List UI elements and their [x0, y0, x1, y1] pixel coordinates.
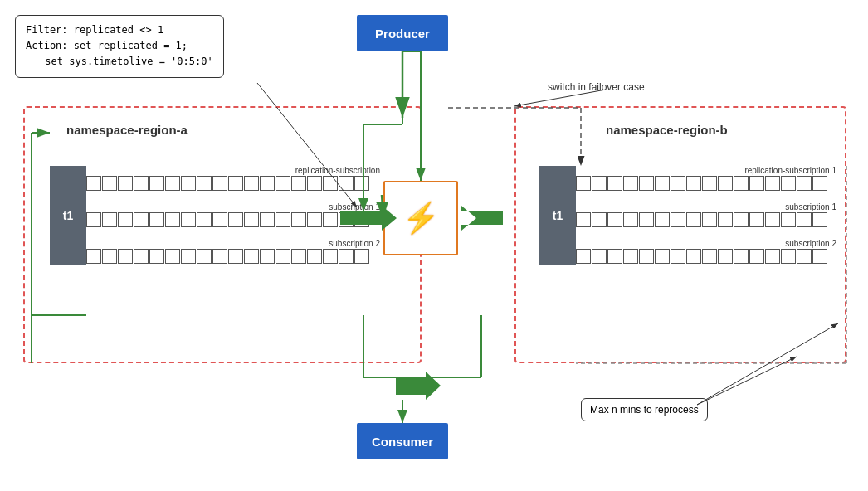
filter-line2: Action: set replicated = 1; [26, 40, 188, 51]
topic-b-container: t1 replication-subscription 1 subscripti… [539, 166, 838, 265]
maxmins-box: Max n mins to reprocess [581, 398, 708, 421]
topic-b-queues: replication-subscription 1 subscription … [576, 166, 838, 265]
queue-row-replication-b: replication-subscription 1 [576, 166, 838, 191]
producer-box: Producer [357, 15, 448, 51]
topic-a-queues: replication-subscription subscription 1 … [86, 166, 382, 265]
region-a-label: namespace-region-a [66, 123, 188, 137]
right-arrow-icon [461, 206, 503, 231]
filter-action-box: Filter: replicated <> 1 Action: set repl… [15, 15, 224, 78]
queue-row-sub1-a: subscription 1 [86, 202, 382, 227]
replication-cells-b [576, 176, 838, 191]
topic-a-t1: t1 [50, 166, 86, 265]
failover-label: switch in failover case [548, 81, 645, 93]
replication-cells-a [86, 176, 382, 191]
region-b-label: namespace-region-b [606, 123, 728, 137]
sub1-cells-a [86, 212, 382, 227]
producer-label: Producer [375, 27, 430, 41]
queue-row-sub1-b: subscription 1 [576, 202, 838, 227]
sub1-label-a: subscription 1 [86, 202, 382, 211]
svg-line-24 [697, 357, 797, 405]
sub2-label-b: subscription 2 [576, 239, 838, 248]
queue-row-sub2-a: subscription 2 [86, 239, 382, 264]
consumer-label: Consumer [372, 435, 433, 449]
queue-row-replication-a: replication-subscription [86, 166, 382, 191]
sub1-label-b: subscription 1 [576, 202, 838, 211]
processor-box: ⚡ [383, 181, 458, 255]
filter-line3: set sys.timetolive = '0:5:0' [26, 56, 213, 67]
replication-sub-label-b: replication-subscription 1 [576, 166, 838, 175]
sub2-cells-b [576, 249, 838, 264]
consumer-box: Consumer [357, 423, 448, 459]
sub2-cells-a [86, 249, 382, 264]
sub2-label-a: subscription 2 [86, 239, 382, 248]
down-arrow-icon [396, 372, 441, 400]
replication-sub-label-a: replication-subscription [86, 166, 382, 175]
sub1-cells-b [576, 212, 838, 227]
topic-a-container: t1 replication-subscription subscription… [50, 166, 382, 265]
queue-row-sub2-b: subscription 2 [576, 239, 838, 264]
lightning-icon: ⚡ [402, 201, 440, 236]
topic-b-t1: t1 [539, 166, 576, 265]
diagram-container: Filter: replicated <> 1 Action: set repl… [0, 0, 868, 491]
filter-line1: Filter: replicated <> 1 [26, 24, 163, 36]
